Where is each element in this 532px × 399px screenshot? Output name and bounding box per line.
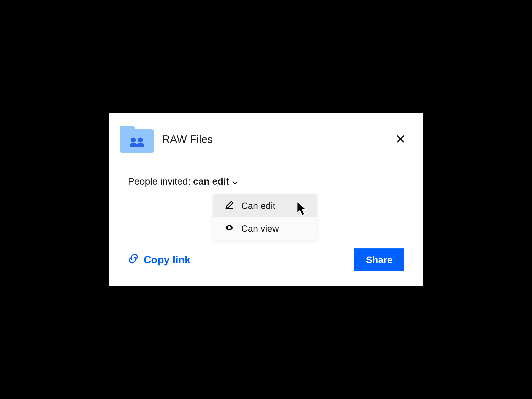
permission-line: People invited: can edit: [128, 176, 404, 188]
copy-link-label: Copy link: [144, 254, 190, 266]
dialog-body: People invited: can edit Can edit: [109, 165, 423, 248]
dropdown-option-can-view[interactable]: Can view: [213, 217, 317, 240]
dialog-header: RAW Files: [109, 113, 423, 165]
chevron-down-icon: [232, 176, 238, 187]
dropdown-option-label: Can edit: [241, 201, 275, 211]
eye-icon: [225, 223, 234, 234]
svg-point-0: [131, 138, 136, 142]
permission-dropdown-trigger[interactable]: can edit: [193, 176, 238, 188]
shared-folder-icon: [120, 126, 154, 153]
permission-label: People invited:: [128, 176, 191, 187]
share-button[interactable]: Share: [355, 248, 404, 271]
permission-selected-value: can edit: [193, 176, 229, 187]
pencil-icon: [225, 200, 234, 211]
dialog-title: RAW Files: [162, 133, 386, 146]
svg-point-5: [228, 227, 230, 228]
dropdown-option-label: Can view: [241, 223, 279, 234]
copy-link-button[interactable]: Copy link: [128, 253, 190, 266]
link-icon: [128, 253, 139, 266]
close-icon: [396, 134, 405, 144]
permission-dropdown-menu: Can edit Can view: [213, 194, 317, 240]
svg-point-1: [138, 138, 143, 142]
close-button[interactable]: [395, 133, 406, 145]
share-dialog: RAW Files People invited: can edit: [109, 113, 423, 286]
dropdown-option-can-edit[interactable]: Can edit: [213, 194, 317, 217]
dialog-footer: Copy link Share: [109, 248, 423, 286]
